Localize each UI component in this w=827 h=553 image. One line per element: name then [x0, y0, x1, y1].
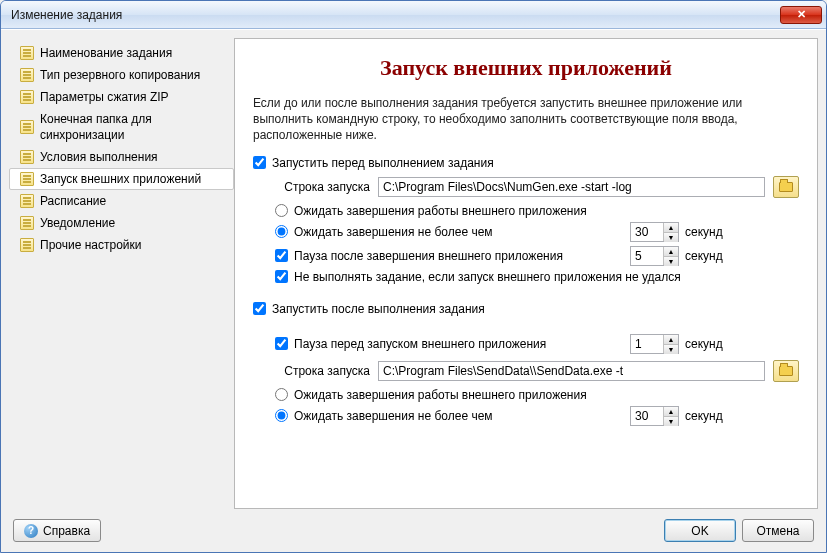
seconds-unit: секунд — [685, 249, 723, 263]
before-pause-after-label: Пауза после завершения внешнего приложен… — [294, 249, 624, 263]
dialog-window: Изменение задания ✕ Наименование задания… — [0, 0, 827, 553]
after-pause-before-row: Пауза перед запуском внешнего приложения… — [275, 334, 799, 354]
page-title: Запуск внешних приложений — [253, 55, 799, 81]
content-panel: Запуск внешних приложений Если до или по… — [234, 38, 818, 509]
after-browse-button[interactable] — [773, 360, 799, 382]
intro-text: Если до или после выполнения задания тре… — [253, 95, 799, 144]
folder-icon — [779, 366, 793, 376]
after-wait-seconds-input[interactable] — [631, 409, 663, 423]
document-icon — [20, 238, 34, 252]
sidebar-item-label: Условия выполнения — [40, 149, 158, 165]
titlebar[interactable]: Изменение задания ✕ — [1, 1, 826, 29]
after-enable-label: Запустить после выполнения задания — [272, 302, 485, 316]
sidebar-item[interactable]: Уведомление — [9, 212, 234, 234]
before-pause-seconds-spinner[interactable]: ▲▼ — [630, 246, 679, 266]
after-enable-row: Запустить после выполнения задания — [253, 302, 799, 316]
cancel-button[interactable]: Отмена — [742, 519, 814, 542]
sidebar-item[interactable]: Расписание — [9, 190, 234, 212]
sidebar: Наименование заданияТип резервного копир… — [9, 38, 234, 509]
spin-up-icon[interactable]: ▲ — [664, 223, 678, 233]
seconds-unit: секунд — [685, 225, 723, 239]
spinner-buttons[interactable]: ▲▼ — [663, 407, 678, 425]
sidebar-item-label: Конечная папка для синхронизации — [40, 111, 227, 143]
after-pause-seconds-spinner[interactable]: ▲▼ — [630, 334, 679, 354]
spin-down-icon[interactable]: ▼ — [664, 257, 678, 266]
document-icon — [20, 68, 34, 82]
seconds-unit: секунд — [685, 409, 723, 423]
after-wait-seconds-spinner[interactable]: ▲▼ — [630, 406, 679, 426]
before-pause-seconds-input[interactable] — [631, 249, 663, 263]
after-pause-before-label: Пауза перед запуском внешнего приложения — [294, 337, 624, 351]
before-browse-button[interactable] — [773, 176, 799, 198]
after-enable-checkbox[interactable] — [253, 302, 266, 315]
after-cmd-input[interactable] — [378, 361, 765, 381]
before-wait-full-row: Ожидать завершения работы внешнего прило… — [275, 204, 799, 218]
document-icon — [20, 90, 34, 104]
sidebar-item-label: Параметры сжатия ZIP — [40, 89, 169, 105]
sidebar-item[interactable]: Тип резервного копирования — [9, 64, 234, 86]
before-wait-limited-label: Ожидать завершения не более чем — [294, 225, 624, 239]
sidebar-item[interactable]: Конечная папка для синхронизации — [9, 108, 234, 146]
help-button[interactable]: ? Справка — [13, 519, 101, 542]
spinner-buttons[interactable]: ▲▼ — [663, 247, 678, 265]
sidebar-item[interactable]: Запуск внешних приложений — [9, 168, 234, 190]
document-icon — [20, 194, 34, 208]
document-icon — [20, 46, 34, 60]
sidebar-item[interactable]: Прочие настройки — [9, 234, 234, 256]
before-pause-after-row: Пауза после завершения внешнего приложен… — [275, 246, 799, 266]
after-wait-limited-label: Ожидать завершения не более чем — [294, 409, 624, 423]
sidebar-item-label: Запуск внешних приложений — [40, 171, 201, 187]
sidebar-item[interactable]: Параметры сжатия ZIP — [9, 86, 234, 108]
before-enable-row: Запустить перед выполнением задания — [253, 156, 799, 170]
spin-down-icon[interactable]: ▼ — [664, 417, 678, 426]
spinner-buttons[interactable]: ▲▼ — [663, 223, 678, 241]
before-wait-full-radio[interactable] — [275, 204, 288, 217]
spinner-buttons[interactable]: ▲▼ — [663, 335, 678, 353]
after-wait-full-radio[interactable] — [275, 388, 288, 401]
document-icon — [20, 150, 34, 164]
help-icon: ? — [24, 524, 38, 538]
before-wait-limited-radio[interactable] — [275, 225, 288, 238]
before-wait-limited-row: Ожидать завершения не более чем ▲▼ секун… — [275, 222, 799, 242]
sidebar-item-label: Уведомление — [40, 215, 115, 231]
before-wait-seconds-spinner[interactable]: ▲▼ — [630, 222, 679, 242]
before-wait-seconds-input[interactable] — [631, 225, 663, 239]
before-enable-label: Запустить перед выполнением задания — [272, 156, 494, 170]
before-abort-label: Не выполнять задание, если запуск внешне… — [294, 270, 681, 284]
document-icon — [20, 172, 34, 186]
sidebar-item-label: Тип резервного копирования — [40, 67, 200, 83]
sidebar-item[interactable]: Условия выполнения — [9, 146, 234, 168]
spin-up-icon[interactable]: ▲ — [664, 407, 678, 417]
after-pause-before-checkbox[interactable] — [275, 337, 288, 350]
before-abort-row: Не выполнять задание, если запуск внешне… — [275, 270, 799, 284]
document-icon — [20, 120, 34, 134]
folder-icon — [779, 182, 793, 192]
spin-up-icon[interactable]: ▲ — [664, 335, 678, 345]
after-pause-seconds-input[interactable] — [631, 337, 663, 351]
window-body: Наименование заданияТип резервного копир… — [1, 29, 826, 552]
sidebar-item[interactable]: Наименование задания — [9, 42, 234, 64]
after-cmd-row: Строка запуска — [275, 360, 799, 382]
after-wait-limited-radio[interactable] — [275, 409, 288, 422]
spin-down-icon[interactable]: ▼ — [664, 345, 678, 354]
before-cmd-input[interactable] — [378, 177, 765, 197]
sidebar-item-label: Наименование задания — [40, 45, 172, 61]
after-wait-limited-row: Ожидать завершения не более чем ▲▼ секун… — [275, 406, 799, 426]
seconds-unit: секунд — [685, 337, 723, 351]
main-area: Наименование заданияТип резервного копир… — [1, 30, 826, 509]
after-cmd-label: Строка запуска — [275, 364, 370, 378]
sidebar-item-label: Прочие настройки — [40, 237, 141, 253]
window-title: Изменение задания — [11, 8, 780, 22]
before-pause-after-checkbox[interactable] — [275, 249, 288, 262]
before-abort-checkbox[interactable] — [275, 270, 288, 283]
spin-up-icon[interactable]: ▲ — [664, 247, 678, 257]
footer: ? Справка OK Отмена — [1, 509, 826, 552]
document-icon — [20, 216, 34, 230]
ok-button[interactable]: OK — [664, 519, 736, 542]
spin-down-icon[interactable]: ▼ — [664, 233, 678, 242]
before-wait-full-label: Ожидать завершения работы внешнего прило… — [294, 204, 587, 218]
before-enable-checkbox[interactable] — [253, 156, 266, 169]
after-wait-full-label: Ожидать завершения работы внешнего прило… — [294, 388, 587, 402]
close-button[interactable]: ✕ — [780, 6, 822, 24]
sidebar-item-label: Расписание — [40, 193, 106, 209]
